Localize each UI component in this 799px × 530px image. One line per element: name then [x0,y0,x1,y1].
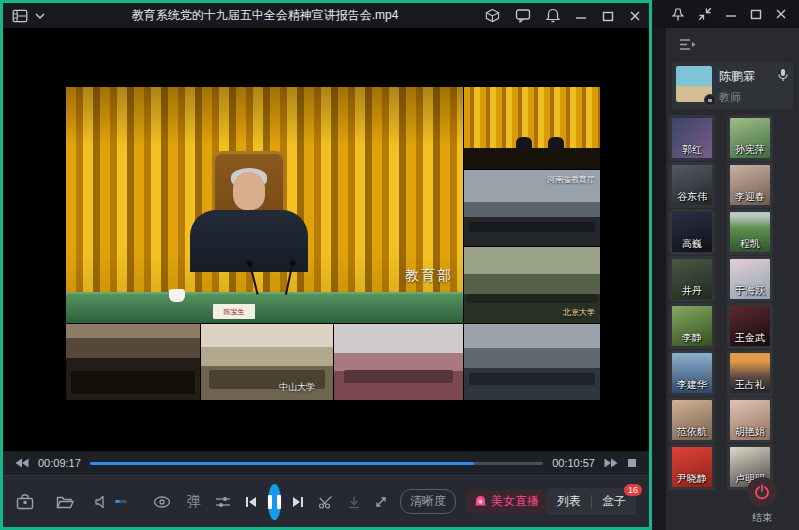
feed-auditorium-1 [66,324,200,400]
fast-forward-icon[interactable] [604,458,618,468]
participant-name: 王占礼 [724,378,776,392]
dais [464,148,600,169]
end-meeting-label: 结束 [739,511,785,525]
host-card[interactable]: 陈鹏霖 教师 [672,62,793,109]
volume-slider[interactable] [115,500,127,503]
conference-titlebar [652,0,799,28]
audience [469,373,594,385]
film-icon[interactable] [11,8,29,24]
participant-name: 高巍 [666,237,718,251]
participant-tile[interactable]: 范依航 [672,400,712,440]
maximize-icon[interactable] [602,10,614,22]
participant-tile[interactable]: 郭红 [672,118,712,158]
feed-label-ministry: 教育部 [405,267,453,285]
list-box-group: 列表 盒子 16 [547,488,636,515]
girl-icon [474,495,487,508]
player-toolbar: 弹 清晰度 美女直 [3,475,649,527]
progress-row: 00:09:17 00:10:57 [3,451,649,475]
current-time: 00:09:17 [38,457,81,469]
end-meeting-area: 结束 [739,477,785,525]
box-button[interactable]: 盒子 16 [602,493,626,510]
message-icon[interactable] [515,8,531,23]
close-icon[interactable] [775,8,787,20]
close-icon[interactable] [629,10,641,22]
download-icon[interactable] [347,495,361,509]
participant-name: 李静 [666,331,718,345]
participant-name: 王金武 [724,331,776,345]
feed-label-sysu: 中山大学 [279,381,315,394]
audience-row [469,222,594,233]
participant-tile[interactable]: 王占礼 [730,353,770,393]
folder-open-icon[interactable] [56,495,74,509]
pause-button[interactable] [268,484,281,520]
stop-icon[interactable] [627,458,637,468]
next-icon[interactable] [291,495,305,509]
pin-icon[interactable] [671,7,685,22]
teacup [169,289,185,302]
beauty-live-button[interactable]: 美女直播 [466,490,547,513]
participant-name: 于海跃 [724,284,776,298]
participant-tile[interactable]: 孙宪萍 [730,118,770,158]
screen: 教育系统党的十九届五中全会精神宣讲报告会.mp4 [0,0,799,530]
video-player-window: 教育系统党的十九届五中全会精神宣讲报告会.mp4 [0,0,652,530]
conference-window: 陈鹏霖 教师 郭红 孙宪萍 谷东伟 李迎春 高巍 程凯 井丹 于海跃 李静 王金… [652,0,799,530]
host-name: 陈鹏霖 [719,68,770,85]
participant-tile[interactable]: 胡艳娟 [730,400,770,440]
collapse-panel-icon[interactable] [679,37,697,55]
pause-icon [268,495,272,509]
eye-icon[interactable] [153,496,171,508]
participant-name: 程凯 [724,237,776,251]
feed-sun-yat-sen-university: 中山大学 [201,324,333,400]
minimize-icon[interactable] [725,8,737,20]
pause-icon [277,495,281,509]
bell-icon[interactable] [546,8,560,24]
box-badge: 16 [624,484,642,496]
figure [548,137,564,151]
participant-tile[interactable]: 尹晓静 [672,447,712,487]
previous-icon[interactable] [244,495,258,509]
scissors-icon[interactable] [318,495,334,509]
host-avatar [676,66,712,102]
participant-tile[interactable]: 程凯 [730,212,770,252]
microphone-icon[interactable] [777,66,789,86]
sliders-icon[interactable] [215,495,231,509]
playlist-button[interactable]: 列表 [557,493,581,510]
figure [516,137,532,151]
minimize-icon[interactable] [575,10,587,22]
total-time: 00:10:57 [552,457,595,469]
host-role: 教师 [719,90,770,105]
participant-tile[interactable]: 李静 [672,306,712,346]
feed-ministry-of-education: 陈宝生 教育部 [66,87,463,323]
participant-tile[interactable]: 高巍 [672,212,712,252]
conference-video-composite: 陈宝生 教育部 河南省教育厅 北京大学 [66,87,600,400]
feed-curtain-room [464,87,600,169]
rewind-icon[interactable] [15,458,29,468]
feed-henan-education-dept: 河南省教育厅 [464,170,600,246]
end-meeting-button[interactable] [747,477,777,507]
collapse-icon[interactable] [698,7,712,21]
speaker-head [233,172,265,210]
participant-name: 郭红 [666,143,718,157]
participant-tile[interactable]: 王金武 [730,306,770,346]
participant-tile[interactable]: 于海跃 [730,259,770,299]
danmaku-toggle[interactable]: 弹 [187,493,201,511]
divider [591,495,592,509]
chevron-down-icon[interactable] [35,12,45,20]
video-canvas[interactable]: 陈宝生 教育部 河南省教育厅 北京大学 [3,28,649,451]
expand-icon[interactable] [374,495,388,509]
participant-tile[interactable]: 谷东伟 [672,165,712,205]
box-label: 盒子 [602,494,626,508]
speaker-icon[interactable] [94,495,108,509]
quality-button[interactable]: 清晰度 [400,489,456,514]
toolbox-icon[interactable] [16,494,34,510]
feed-peking-university: 北京大学 [464,247,600,323]
seek-bar[interactable] [90,462,543,465]
feed-auditorium-2 [334,324,463,400]
box-icon[interactable] [485,8,500,23]
participant-tile[interactable]: 李建华 [672,353,712,393]
maximize-icon[interactable] [750,8,762,20]
volume-fill [115,500,120,503]
participant-name: 李迎春 [724,190,776,204]
participant-tile[interactable]: 李迎春 [730,165,770,205]
participant-tile[interactable]: 井丹 [672,259,712,299]
